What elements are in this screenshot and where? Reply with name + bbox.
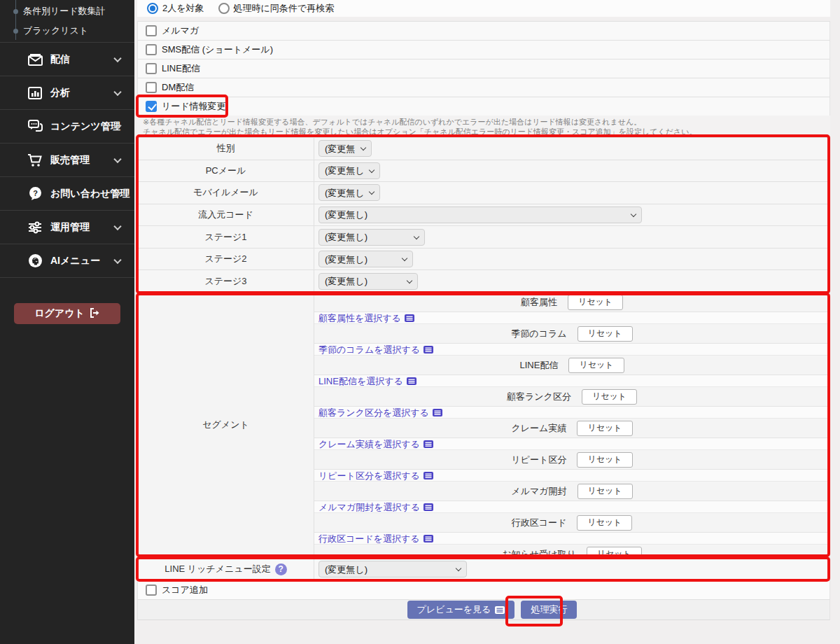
radio-icon xyxy=(147,3,158,14)
checkbox-icon[interactable] xyxy=(146,584,157,596)
inflow-source-select[interactable]: (変更無し) xyxy=(318,206,642,223)
reset-button[interactable]: リセット xyxy=(577,452,632,468)
ai-icon xyxy=(27,253,43,269)
question-icon: ? xyxy=(27,186,43,202)
divider xyxy=(0,277,134,278)
mobile-mail-select[interactable]: (変更無し) xyxy=(318,184,380,201)
segment-select-link[interactable]: LINE配信を選択する xyxy=(318,375,416,387)
stage3-select[interactable]: (変更無し) xyxy=(318,273,418,290)
bullet-icon xyxy=(13,9,18,14)
sidebar-item-inquiry-management[interactable]: ? お問い合わせ管理 xyxy=(0,176,134,210)
logout-button[interactable]: ログアウト xyxy=(14,303,120,324)
segment-select-link[interactable]: 顧客ランク区分を選択する xyxy=(318,407,442,419)
main-content: 2人を対象 処理時に同条件で再検索 メルマガ SMS配信 (ショートメール) L… xyxy=(137,0,830,644)
checkbox-row-lead-info-change[interactable]: リード情報変更 xyxy=(138,97,830,116)
reset-button[interactable]: リセット xyxy=(578,326,633,342)
list-icon xyxy=(407,377,416,385)
reset-button[interactable]: リセット xyxy=(568,358,624,373)
segment-row-administrative-district: 行政区コード リセット xyxy=(314,513,830,533)
list-icon xyxy=(495,606,505,614)
list-icon xyxy=(424,472,433,479)
stage2-select[interactable]: (変更無し) xyxy=(318,251,413,267)
field-label: ステージ3 xyxy=(138,270,314,292)
cart-icon xyxy=(27,153,43,168)
form-row-inflow-source-code: 流入元コード (変更無し) xyxy=(138,204,830,227)
form-row-gender: 性別 (変更無し) xyxy=(138,138,830,160)
list-icon xyxy=(424,503,433,511)
help-icon[interactable]: ? xyxy=(275,564,287,575)
sliders-icon xyxy=(27,220,43,235)
checkbox-icon[interactable] xyxy=(146,44,157,55)
sidebar-item-sales-management[interactable]: 販売管理 xyxy=(0,143,134,176)
reset-button[interactable]: リセット xyxy=(578,484,633,499)
checkbox-row-dm[interactable]: DM配信 xyxy=(138,78,830,97)
segment-select-link[interactable]: リピート区分を選択する xyxy=(318,470,433,482)
preview-button[interactable]: プレビューを見る xyxy=(407,601,515,619)
chat-icon xyxy=(27,119,43,134)
list-icon xyxy=(424,440,433,448)
reset-button[interactable]: リセット xyxy=(577,515,632,531)
sidebar-item-analytics[interactable]: 分析 xyxy=(0,76,134,109)
radio-target-two-people[interactable]: 2人を対象 xyxy=(147,2,204,15)
form-row-stage1: ステージ1 (変更無し) xyxy=(138,226,830,248)
segment-select-link[interactable]: メルマガ開封を選択する xyxy=(318,501,433,513)
sidebar-item-delivery[interactable]: 配信 xyxy=(0,42,134,76)
form-row-stage3: ステージ3 (変更無し) xyxy=(138,270,830,293)
form-row-mobile-mail: モバイルメール (変更無し) xyxy=(138,182,830,204)
field-label: ステージ1 xyxy=(138,226,314,248)
execute-button[interactable]: 処理実行 xyxy=(521,601,577,619)
segment-row-claim-history: クレーム実績 リセット xyxy=(314,419,830,438)
segment-row-notification-receive: お知らせ受け取り リセット xyxy=(314,545,830,556)
segment-row-mailmagazine-open: メルマガ開封 リセット xyxy=(314,482,830,501)
field-label: 性別 xyxy=(138,138,314,160)
list-icon xyxy=(405,314,414,322)
field-label: モバイルメール xyxy=(138,182,314,204)
field-label: PCメール xyxy=(138,160,314,182)
segment-select-link[interactable]: 顧客属性を選択する xyxy=(318,312,414,324)
target-radio-group: 2人を対象 処理時に同条件で再検索 xyxy=(137,0,830,17)
segment-section: セグメント 顧客属性 リセット 顧客属性を選択する 季節のコラム リセット 季節… xyxy=(137,293,830,556)
line-rich-menu-row: LINE リッチメニュー設定 ? (変更無し) xyxy=(137,557,830,580)
pc-mail-select[interactable]: (変更無し) xyxy=(318,162,380,179)
checkbox-checked-icon[interactable] xyxy=(146,101,157,112)
segment-list: 顧客属性 リセット 顧客属性を選択する 季節のコラム リセット 季節のコラムを選… xyxy=(314,293,830,556)
checkbox-icon[interactable] xyxy=(146,25,157,36)
field-label: ステージ2 xyxy=(138,248,314,270)
radio-icon xyxy=(218,3,230,14)
list-icon xyxy=(424,346,433,354)
segment-row-customer-attribute: 顧客属性 リセット xyxy=(314,293,830,312)
sidebar-item-lead-count-by-condition[interactable]: 条件別リード数集計 xyxy=(0,4,134,18)
chevron-down-icon xyxy=(113,88,121,95)
reset-button[interactable]: リセット xyxy=(582,389,637,405)
checkbox-icon[interactable] xyxy=(146,82,157,93)
sidebar-item-operation-management[interactable]: 運用管理 xyxy=(0,210,134,244)
sidebar: 条件別リード数集計 ブラックリスト 配信 分析 コンテンツ管理 販売管理 xyxy=(0,0,134,644)
score-add-row[interactable]: スコア追加 xyxy=(137,580,830,600)
segment-select-link[interactable]: 季節のコラムを選択する xyxy=(318,344,433,356)
radio-research-same-condition[interactable]: 処理時に同条件で再検索 xyxy=(218,2,335,15)
form-row-stage2: ステージ2 (変更無し) xyxy=(138,248,830,271)
chevron-down-icon xyxy=(113,155,121,162)
stage1-select[interactable]: (変更無し) xyxy=(318,229,425,246)
mail-icon xyxy=(27,52,43,67)
bullet-icon xyxy=(13,29,18,34)
form-row-pc-mail: PCメール (変更無し) xyxy=(138,160,830,183)
sidebar-item-blacklist[interactable]: ブラックリスト xyxy=(0,24,134,38)
sidebar-item-content-management[interactable]: コンテンツ管理 xyxy=(0,109,134,143)
checkbox-row-line[interactable]: LINE配信 xyxy=(138,59,830,78)
checkbox-icon[interactable] xyxy=(146,63,157,74)
checkbox-row-mailmagazine[interactable]: メルマガ xyxy=(138,22,830,41)
reset-button[interactable]: リセット xyxy=(587,547,642,557)
svg-text:?: ? xyxy=(33,189,38,197)
segment-select-link[interactable]: 行政区コードを選択する xyxy=(318,533,433,545)
gender-select[interactable]: (変更無し) xyxy=(318,140,372,157)
sidebar-submenu: 条件別リード数集計 ブラックリスト xyxy=(0,0,134,42)
reset-button[interactable]: リセット xyxy=(577,421,632,436)
segment-select-link[interactable]: クレーム実績を選択する xyxy=(318,438,433,450)
reset-button[interactable]: リセット xyxy=(568,295,623,310)
sidebar-item-ai-menu[interactable]: AIメニュー xyxy=(0,244,134,277)
channel-checkbox-list: メルマガ SMS配信 (ショートメール) LINE配信 DM配信 リード情報変更 xyxy=(137,21,830,115)
line-rich-menu-select[interactable]: (変更無し) xyxy=(318,561,467,578)
chevron-down-icon xyxy=(113,54,121,62)
checkbox-row-sms[interactable]: SMS配信 (ショートメール) xyxy=(138,41,830,59)
